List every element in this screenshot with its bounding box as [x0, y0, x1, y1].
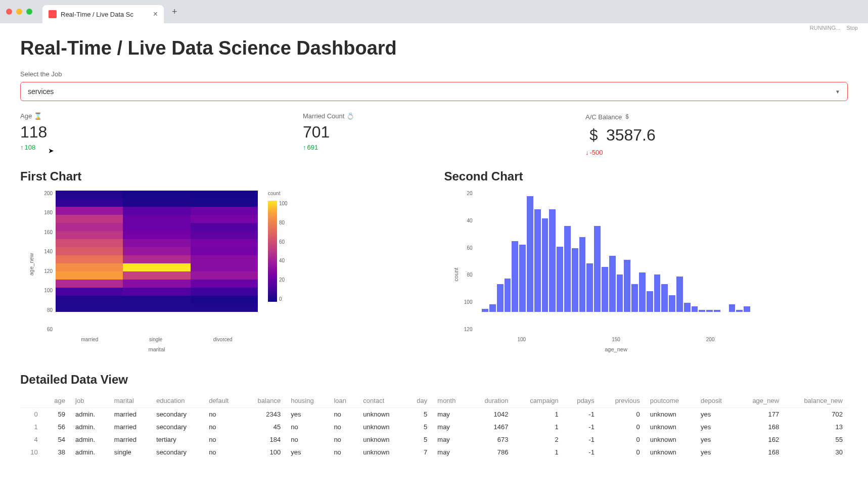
heatmap-chart[interactable]: age_new 2001801601401201008060 marriedsi… [20, 191, 424, 352]
table-header[interactable]: housing [286, 394, 329, 408]
table-row[interactable]: 059admin.marriedsecondaryno2343yesnounkn… [20, 408, 848, 421]
table-header[interactable]: marital [109, 394, 151, 408]
histogram-bar [639, 272, 646, 312]
tab-close-button[interactable]: × [153, 10, 158, 19]
table-cell: married [109, 421, 151, 433]
table-header[interactable]: pdays [564, 394, 600, 408]
window-maximize-button[interactable] [26, 9, 32, 15]
table-cell: 13 [784, 421, 848, 433]
table-header[interactable]: job [70, 394, 109, 408]
table-cell: unknown [645, 433, 696, 446]
heatmap-cell [191, 288, 258, 296]
heatmap-cell [191, 296, 258, 304]
heatmap-cell [191, 263, 258, 271]
table-cell: unknown [645, 408, 696, 421]
table-cell: no [286, 433, 329, 446]
hist-xlabel: age_new [475, 346, 758, 352]
table-header[interactable]: month [432, 394, 469, 408]
table-cell: may [432, 421, 469, 433]
hourglass-icon: ⌛ [34, 112, 42, 120]
chart-title: First Chart [20, 169, 424, 184]
histogram-bar [579, 237, 586, 312]
table-cell: 0 [20, 408, 43, 421]
table-row[interactable]: 454admin.marriedtertiaryno184nonounknown… [20, 433, 848, 446]
histogram-bar [586, 263, 593, 312]
streamlit-favicon-icon [49, 10, 57, 18]
metric-value: 701 [303, 123, 565, 142]
table-cell: unknown [358, 421, 405, 433]
table-cell: 2 [513, 433, 563, 446]
table-row[interactable]: 156admin.marriedsecondaryno45nonounknown… [20, 421, 848, 433]
table-header[interactable]: education [151, 394, 204, 408]
table-cell: secondary [151, 446, 204, 459]
histogram-bar [654, 274, 661, 312]
heatmap-cell [191, 280, 258, 288]
table-cell: 673 [469, 433, 513, 446]
heatmap-cell [191, 231, 258, 239]
heatmap-cell [56, 263, 123, 271]
table-cell: single [109, 446, 151, 459]
histogram-bar [594, 226, 601, 312]
table-cell: no [329, 433, 358, 446]
table-header[interactable]: balance [243, 394, 286, 408]
histogram-bar [482, 309, 488, 312]
table-cell: yes [696, 421, 737, 433]
metric-delta: ↓ -500 [585, 149, 848, 156]
table-cell: may [432, 446, 469, 459]
table-cell: yes [286, 408, 329, 421]
table-cell: 0 [600, 408, 645, 421]
table-header[interactable]: previous [600, 394, 645, 408]
hist-yticks: 12010080604020 [463, 191, 473, 332]
histogram-chart[interactable]: count 12010080604020 100150200 age_new [444, 191, 848, 352]
table-header[interactable]: poutcome [645, 394, 696, 408]
histogram-bar [497, 284, 504, 312]
histogram-bar [572, 248, 578, 312]
histogram-bar [564, 226, 571, 312]
table-cell: unknown [358, 433, 405, 446]
table-header[interactable]: balance_new [784, 394, 848, 408]
table-cell: 162 [737, 433, 785, 446]
table-cell: 4 [20, 433, 43, 446]
window-close-button[interactable] [6, 9, 12, 15]
histogram-bar [602, 267, 608, 312]
table-header[interactable]: duration [469, 394, 513, 408]
table-cell: may [432, 433, 469, 446]
table-header[interactable]: campaign [513, 394, 563, 408]
stop-button[interactable]: Stop [846, 25, 858, 31]
page-title: Real-Time / Live Data Science Dashboard [20, 37, 848, 59]
table-header[interactable]: contact [358, 394, 405, 408]
table-row[interactable]: 1038admin.singlesecondaryno100yesnounkno… [20, 446, 848, 459]
histogram-bar [527, 196, 533, 312]
metric-balance: A/C Balance＄ ＄ 3587.6 ↓ -500 [585, 112, 848, 156]
histogram-bar [706, 310, 713, 312]
heatmap-cell [56, 207, 123, 215]
new-tab-button[interactable]: + [168, 7, 181, 17]
window-minimize-button[interactable] [16, 9, 22, 15]
table-header[interactable]: age [43, 394, 70, 408]
table-header[interactable]: loan [329, 394, 358, 408]
table-header[interactable] [20, 394, 43, 408]
data-table[interactable]: agejobmaritaleducationdefaultbalancehous… [20, 394, 848, 459]
table-header[interactable]: deposit [696, 394, 737, 408]
table-cell: 1 [513, 408, 563, 421]
table-cell: 59 [43, 408, 70, 421]
heatmap-cell [123, 280, 190, 288]
tab-title: Real-Time / Live Data Sc [61, 11, 133, 18]
table-cell: -1 [564, 421, 600, 433]
table-header[interactable]: age_new [737, 394, 785, 408]
job-select[interactable]: services ▼ [20, 82, 848, 101]
histogram-bar [512, 241, 518, 312]
histogram-bar [624, 260, 630, 312]
browser-tab[interactable]: Real-Time / Live Data Sc × [42, 5, 164, 23]
table-header[interactable]: day [405, 394, 432, 408]
histogram-bar [557, 247, 563, 312]
heatmap-cell [56, 231, 123, 239]
table-cell: 168 [737, 421, 785, 433]
heatmap-yticks: 2001801601401201008060 [39, 191, 53, 332]
heatmap-cell [191, 199, 258, 207]
table-header[interactable]: default [204, 394, 243, 408]
colorbar [268, 201, 277, 302]
histogram-bar [505, 279, 511, 312]
histogram-bar [534, 209, 541, 312]
table-cell: yes [696, 433, 737, 446]
